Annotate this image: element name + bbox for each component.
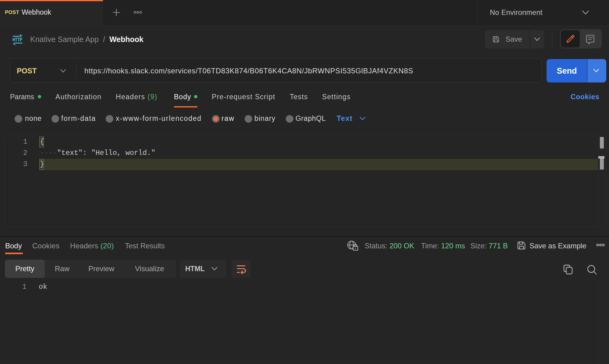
svg-text:HTTP: HTTP (12, 37, 22, 43)
